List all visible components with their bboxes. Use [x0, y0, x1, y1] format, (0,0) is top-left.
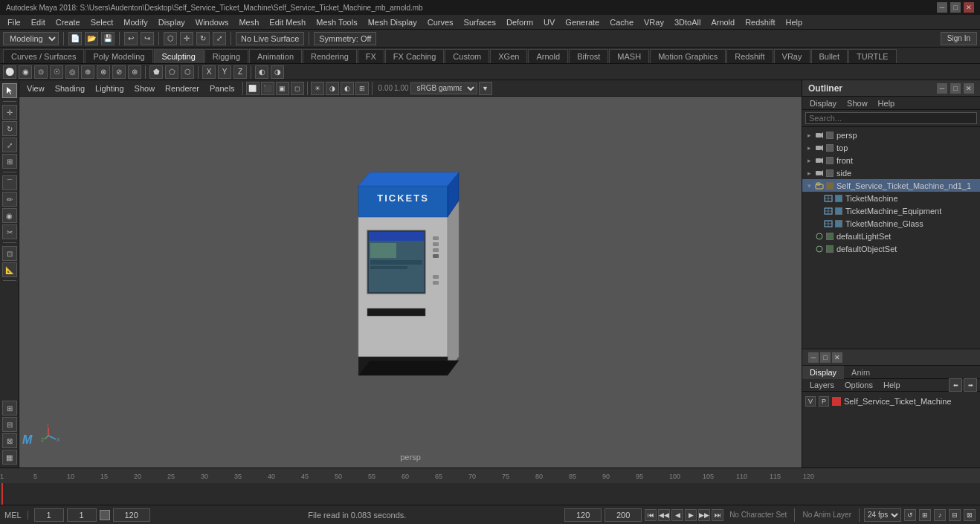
sculpt-fill-btn[interactable]: ⬡ [181, 65, 194, 79]
tree-item-ticketmachine[interactable]: TicketMachine [802, 192, 980, 204]
rotate-tool-left[interactable]: ↻ [2, 121, 17, 136]
viewport-menu-view[interactable]: View [22, 83, 49, 94]
sculpt-falloff-btn[interactable]: ◐ [255, 65, 268, 79]
viewport-menu-renderer[interactable]: Renderer [161, 83, 204, 94]
lasso-tool-left[interactable]: ⌒ [2, 175, 17, 190]
render3-tool-left[interactable]: ⊠ [2, 433, 17, 448]
module-selector[interactable]: Modeling [3, 32, 59, 45]
viewport-menu-panels[interactable]: Panels [205, 83, 239, 94]
extra-btn2[interactable]: ⊠ [964, 509, 976, 521]
menu-item-redshift[interactable]: Redshift [741, 16, 779, 28]
loop-mode-btn[interactable]: ↺ [904, 509, 916, 521]
frame-slider-thumb[interactable] [100, 510, 110, 520]
render4-tool-left[interactable]: ▦ [2, 450, 17, 465]
vp-bounding-btn[interactable]: ◻ [291, 82, 304, 95]
select-tool-left[interactable] [2, 83, 17, 98]
symmetry-y-btn[interactable]: Y [218, 65, 231, 79]
vp-wire-smooth-btn[interactable]: ▣ [276, 82, 289, 95]
outliner-close-btn[interactable]: ✕ [964, 83, 974, 94]
menu-item-file[interactable]: File [3, 16, 25, 28]
sculpt-pinch-btn[interactable]: ◎ [65, 65, 79, 79]
move-tool[interactable]: ✛ [180, 32, 193, 45]
menu-item-surfaces[interactable]: Surfaces [460, 16, 500, 28]
redo-button[interactable]: ↪ [141, 32, 154, 45]
tree-item-front[interactable]: ▸front [802, 154, 980, 166]
tab-fx-caching[interactable]: FX Caching [385, 49, 444, 63]
paint-tool-left[interactable]: ✏ [2, 192, 17, 207]
layer-name[interactable]: Self_Service_Ticket_Machine [844, 397, 952, 406]
current-frame-input[interactable] [67, 508, 97, 522]
vp-extra-btn[interactable]: ▼ [479, 82, 492, 95]
layer-visibility-p[interactable]: P [819, 396, 829, 407]
viewport-menu-show[interactable]: Show [130, 83, 160, 94]
extra-btn1[interactable]: ⊟ [949, 509, 961, 521]
sculpt-wax-btn[interactable]: ⬟ [149, 65, 163, 79]
bottom-panel-minimize[interactable]: ─ [808, 352, 819, 363]
layer-nav-btn2[interactable]: ➡ [964, 378, 977, 392]
prev-keyframe-btn[interactable]: ⏮ [645, 509, 657, 521]
timeline-ruler[interactable]: 1510152025303540455055606570758085909510… [0, 468, 980, 483]
bottom-panel-maximize[interactable]: □ [820, 352, 831, 363]
vp-smooth-btn[interactable]: ⬛ [261, 82, 274, 95]
range-end-input[interactable] [605, 508, 642, 522]
sculpt-brush-btn[interactable]: ⚪ [3, 65, 16, 79]
symmetry-z-btn[interactable]: Z [233, 65, 247, 79]
tab-poly-modeling[interactable]: Poly Modeling [85, 49, 152, 63]
viewport[interactable]: View Shading Lighting Show Renderer Pane… [19, 80, 802, 468]
render2-tool-left[interactable]: ⊟ [2, 417, 17, 432]
menu-item-cache[interactable]: Cache [605, 16, 638, 28]
tab-rigging[interactable]: Rigging [204, 49, 248, 63]
tab-redshift[interactable]: Redshift [726, 49, 773, 63]
tab-rendering[interactable]: Rendering [303, 49, 357, 63]
play-forward-btn[interactable]: ▶ [685, 509, 697, 521]
sculpt-spray-btn[interactable]: ⊘ [112, 65, 126, 79]
vp-shadow-btn[interactable]: ◑ [326, 82, 339, 95]
sculpt-foamy-btn[interactable]: ⊗ [97, 65, 110, 79]
tree-item-self-service-ticket-machine-nd1-1[interactable]: ▾Self_Service_Ticket_Machine_nd1_1 [802, 179, 980, 192]
sculpt-relax-btn[interactable]: ⊙ [34, 65, 48, 79]
snap-tool-left[interactable]: ⊡ [2, 246, 17, 261]
step-forward-btn[interactable]: ▶▶ [698, 509, 710, 521]
menu-item-edit[interactable]: Edit [27, 16, 50, 28]
sculpt-repeat-btn[interactable]: ⊛ [128, 65, 141, 79]
move-tool-left[interactable]: ✛ [2, 105, 17, 120]
tab-fx[interactable]: FX [358, 49, 384, 63]
scale-tool-left[interactable]: ⤢ [2, 138, 17, 152]
menu-item-generate[interactable]: Generate [561, 16, 604, 28]
playhead[interactable] [1, 483, 3, 505]
outliner-menu-help[interactable]: Help [874, 99, 900, 108]
menu-item-create[interactable]: Create [51, 16, 85, 28]
sculpt-flatten-btn[interactable]: ⊕ [81, 65, 94, 79]
fps-selector[interactable]: 24 fps [864, 508, 901, 522]
tab-motion-graphics[interactable]: Motion Graphics [650, 49, 726, 63]
minimize-button[interactable]: ─ [937, 2, 947, 13]
menu-item-display[interactable]: Display [154, 16, 190, 28]
menu-item-mesh[interactable]: Mesh [234, 16, 263, 28]
menu-item-mesh-display[interactable]: Mesh Display [364, 16, 422, 28]
outliner-menu-display[interactable]: Display [805, 99, 841, 108]
help-menu-item[interactable]: Help [879, 381, 905, 389]
end-frame-input[interactable] [113, 508, 150, 522]
tab-arnold[interactable]: Arnold [528, 49, 568, 63]
viewport-menu-lighting[interactable]: Lighting [91, 83, 129, 94]
sculpt-grab-btn[interactable]: ☉ [50, 65, 63, 79]
sculpt-scrape-btn[interactable]: ⬠ [165, 65, 178, 79]
menu-item-modify[interactable]: Modify [119, 16, 152, 28]
sculpt-stamp-btn[interactable]: ◑ [271, 65, 284, 79]
tab-sculpting[interactable]: Sculpting [154, 49, 204, 63]
tab-vray[interactable]: VRay [774, 49, 810, 63]
layer-nav-btn1[interactable]: ⬅ [949, 378, 962, 392]
vp-wireframe-btn[interactable]: ⬜ [246, 82, 259, 95]
outliner-minimize-btn[interactable]: ─ [937, 83, 947, 94]
menu-item--dtoall--[interactable]: 3DtoAll [670, 16, 705, 28]
sculpt-tool-left[interactable]: ◉ [2, 208, 17, 223]
tab-animation[interactable]: Animation [249, 49, 302, 63]
menu-item-arnold[interactable]: Arnold [706, 16, 739, 28]
tree-item-top[interactable]: ▸top [802, 141, 980, 154]
outliner-menu-show[interactable]: Show [842, 99, 872, 108]
render-tool-left[interactable]: ⊞ [2, 401, 17, 415]
cut-tool-left[interactable]: ✂ [2, 224, 17, 239]
transform-tool-left[interactable]: ⊞ [2, 154, 17, 169]
sound-btn[interactable]: ♪ [934, 509, 946, 521]
tab-xgen[interactable]: XGen [490, 49, 527, 63]
